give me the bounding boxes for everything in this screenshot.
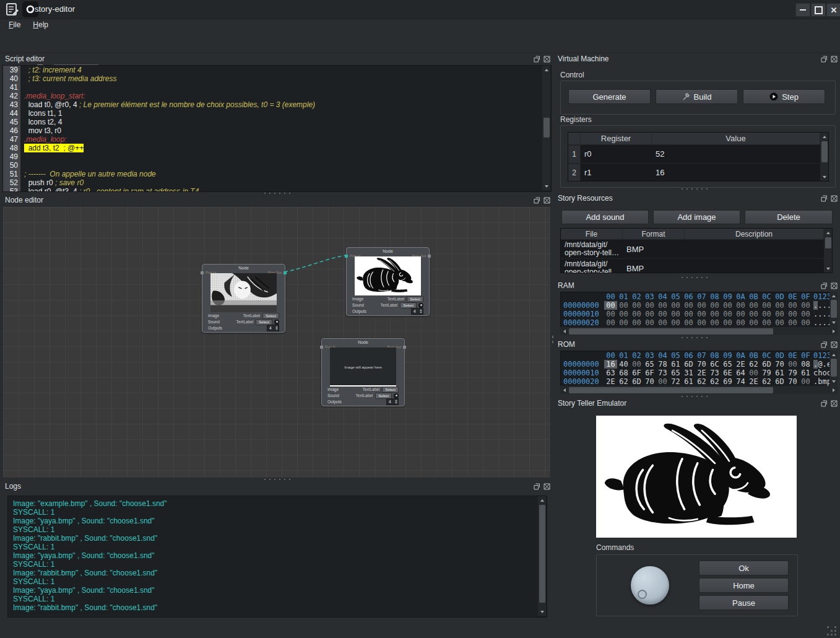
splitter-handle[interactable] (680, 395, 709, 398)
vertical-splitter-handle[interactable] (552, 334, 554, 346)
hex-byte[interactable]: 70 (773, 360, 786, 369)
hex-byte[interactable]: 00 (786, 318, 799, 327)
port-in-connector[interactable] (320, 346, 323, 349)
resource-row[interactable]: /mnt/data/git/open-story-tell…BMP (561, 239, 832, 258)
dock-float-button[interactable] (533, 55, 541, 63)
outputs-spinbox[interactable]: 4 (411, 308, 423, 315)
splitter-handle[interactable] (262, 478, 292, 481)
hex-byte[interactable]: 00 (669, 301, 682, 310)
hex-byte[interactable]: 00 (773, 301, 786, 310)
hex-byte[interactable]: 00 (656, 310, 669, 318)
port-in-connector[interactable] (345, 255, 348, 258)
hex-byte[interactable]: 16 (604, 360, 617, 369)
hex-byte[interactable]: 62 (695, 377, 708, 386)
rotary-knob[interactable] (631, 566, 669, 605)
logs-scrollbar[interactable] (538, 496, 546, 616)
hex-byte[interactable]: 00 (656, 318, 669, 327)
registers-scrollbar[interactable] (820, 133, 828, 181)
register-value-cell[interactable]: 52 (652, 145, 820, 163)
hex-byte[interactable]: 00 (708, 318, 721, 327)
select-button[interactable]: Select (262, 313, 279, 319)
hex-byte[interactable]: 70 (643, 377, 656, 386)
hex-byte[interactable]: 00 (682, 301, 695, 310)
pause-button[interactable]: Pause (699, 595, 789, 610)
hex-byte[interactable]: 2E (734, 360, 747, 369)
select-button[interactable]: Select (256, 319, 272, 325)
select-button[interactable]: Select (407, 296, 423, 302)
hex-byte[interactable]: 00 (747, 318, 760, 327)
hex-byte[interactable]: 70 (786, 377, 799, 386)
node-placeholder[interactable]: NodePort InPort OutImage will appear her… (321, 338, 405, 406)
script-editor-textarea[interactable]: 39 ; t2: increment 440 ; t3: current med… (2, 65, 552, 192)
hex-byte[interactable]: 6C (708, 360, 721, 369)
description-cell[interactable] (685, 259, 824, 273)
hex-byte[interactable]: 65 (721, 360, 734, 369)
hex-byte[interactable]: 6F (630, 369, 643, 377)
hex-byte[interactable]: 00 (695, 310, 708, 318)
hex-byte[interactable]: 00 (630, 310, 643, 318)
step-button[interactable]: Step (743, 89, 825, 104)
hex-byte[interactable]: 00 (786, 310, 799, 318)
ram-hscrollbar[interactable] (560, 327, 838, 335)
hex-byte[interactable]: 61 (773, 369, 786, 377)
hex-byte[interactable]: 00 (734, 301, 747, 310)
node-rabbit[interactable]: NodePort InPort Out ImageTextLabelSelect… (346, 247, 430, 316)
hex-byte[interactable]: 00 (747, 301, 760, 310)
node-editor-canvas[interactable]: NodePort InPort Out ImageTextLabelSelect… (2, 206, 551, 478)
dock-float-button[interactable] (533, 483, 541, 491)
hex-byte[interactable]: 00 (617, 301, 630, 310)
hex-byte[interactable]: 65 (643, 360, 656, 369)
hex-byte[interactable]: 62 (760, 377, 773, 386)
hex-byte[interactable]: 72 (669, 377, 682, 386)
hex-byte[interactable]: 00 (643, 310, 656, 318)
hex-byte[interactable]: 6D (760, 360, 773, 369)
hex-byte[interactable]: 00 (617, 310, 630, 318)
select-button[interactable]: Select (382, 387, 399, 393)
dock-float-button[interactable] (533, 196, 541, 204)
select-button[interactable]: Select (375, 393, 392, 399)
hex-byte[interactable]: 62 (708, 377, 721, 386)
hex-byte[interactable]: 00 (630, 360, 643, 369)
dock-close-button[interactable] (543, 196, 551, 204)
hex-byte[interactable]: 00 (760, 301, 773, 310)
hex-byte[interactable]: 00 (643, 318, 656, 327)
hex-byte[interactable]: 00 (708, 310, 721, 318)
hex-byte[interactable]: 79 (760, 369, 773, 377)
hex-byte[interactable]: 00 (630, 318, 643, 327)
dock-float-button[interactable] (820, 194, 828, 203)
hex-byte[interactable]: 00 (656, 301, 669, 310)
hex-byte[interactable]: 00 (734, 318, 747, 327)
format-cell[interactable]: BMP (623, 259, 685, 273)
sound-play-icon[interactable] (418, 303, 423, 308)
hex-byte[interactable]: 00 (721, 310, 734, 318)
hex-byte[interactable]: 08 (799, 360, 812, 369)
port-out-connector[interactable] (428, 255, 431, 258)
hex-byte[interactable]: 00 (786, 360, 799, 369)
dock-close-button[interactable] (830, 282, 838, 290)
hex-byte[interactable]: 61 (799, 369, 812, 377)
hex-byte[interactable]: 74 (734, 377, 747, 386)
hex-byte[interactable]: 00 (747, 369, 760, 377)
hex-byte[interactable]: 65 (669, 369, 682, 377)
hex-byte[interactable]: 00 (760, 318, 773, 327)
build-button[interactable]: Build (656, 89, 738, 104)
rom-hex-view[interactable]: 000102030405060708090A0B0C0D0E0F01234567… (560, 351, 830, 387)
ram-hex-view[interactable]: 000102030405060708090A0B0C0D0E0F01234567… (560, 292, 830, 328)
splitter-handle[interactable] (680, 188, 709, 190)
hex-byte[interactable]: 00 (682, 318, 695, 327)
register-row[interactable]: 1r052 (568, 144, 828, 163)
outputs-spinbox[interactable]: 4 (267, 325, 279, 331)
hex-byte[interactable]: 6D (773, 377, 786, 386)
rom-vscrollbar[interactable] (829, 351, 838, 385)
hex-byte[interactable]: 63 (604, 369, 617, 377)
hex-byte[interactable]: 70 (695, 360, 708, 369)
hex-byte[interactable]: 00 (669, 318, 682, 327)
delete-button[interactable]: Delete (745, 210, 833, 224)
splitter-handle[interactable] (262, 192, 292, 194)
hex-byte[interactable]: 00 (708, 301, 721, 310)
add-sound-button[interactable]: Add sound (561, 210, 649, 224)
hex-byte[interactable]: 00 (695, 318, 708, 327)
hex-byte[interactable]: 00 (604, 310, 617, 318)
hex-byte[interactable]: 00 (721, 301, 734, 310)
select-button[interactable]: Select (400, 302, 417, 308)
